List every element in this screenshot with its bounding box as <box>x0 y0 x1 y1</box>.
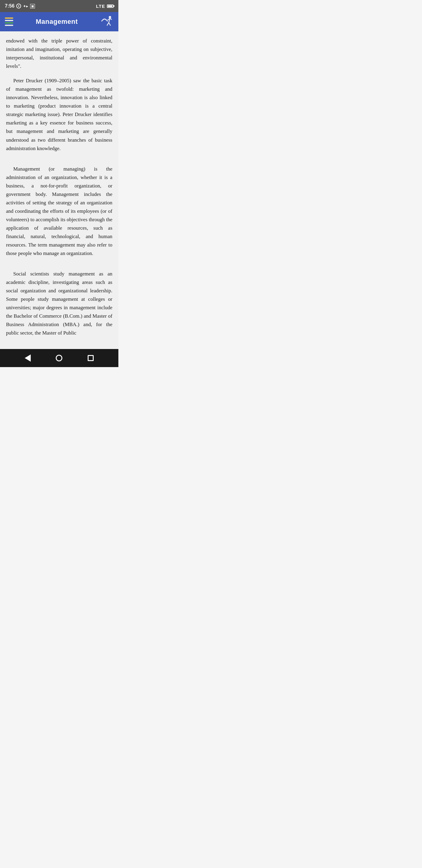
hamburger-line-2 <box>5 20 13 21</box>
nav-bar: Management <box>0 12 118 31</box>
bottom-nav <box>0 349 118 367</box>
paragraph-2-text: Peter Drucker (1909–2005) saw the basic … <box>6 78 112 151</box>
status-left: 7:56 ✦▸ ▣ <box>5 3 35 9</box>
paragraph-1: endowed with the triple power of constra… <box>6 37 112 70</box>
lte-label: LTE <box>96 4 105 9</box>
content-area: endowed with the triple power of constra… <box>0 31 118 349</box>
status-time: 7:56 <box>5 3 14 9</box>
hamburger-line-1 <box>5 18 13 19</box>
paragraph-3: Management (or managing) is the administ… <box>6 165 112 258</box>
svg-point-0 <box>109 16 111 19</box>
sim-icon: ▣ <box>30 4 35 8</box>
svg-line-3 <box>109 23 110 26</box>
home-button[interactable] <box>53 352 65 364</box>
back-icon <box>25 354 31 362</box>
hamburger-line-3 <box>5 22 13 24</box>
recent-icon <box>88 355 94 361</box>
paragraph-3-text: Management (or managing) is the administ… <box>6 166 112 256</box>
paragraph-4-text: Social scientists study management as an… <box>6 271 112 336</box>
home-icon <box>56 355 62 361</box>
paragraph-1-text: endowed with the triple power of constra… <box>6 38 112 69</box>
accessibility-icon[interactable] <box>100 14 113 30</box>
paragraph-2: Peter Drucker (1909–2005) saw the basic … <box>6 76 112 153</box>
sync-icon <box>16 4 21 8</box>
paragraph-4: Social scientists study management as an… <box>6 270 112 337</box>
hamburger-line-4 <box>5 25 13 26</box>
status-bar: 7:56 ✦▸ ▣ LTE <box>0 0 118 12</box>
svg-line-2 <box>107 23 109 26</box>
menu-button[interactable] <box>5 18 13 26</box>
status-right: LTE <box>96 4 113 9</box>
svg-line-5 <box>110 19 112 20</box>
recent-button[interactable] <box>85 352 97 364</box>
battery-icon <box>107 4 113 8</box>
signal-icon: ✦▸ <box>23 4 28 8</box>
back-button[interactable] <box>22 352 34 364</box>
page-title: Management <box>36 18 78 26</box>
